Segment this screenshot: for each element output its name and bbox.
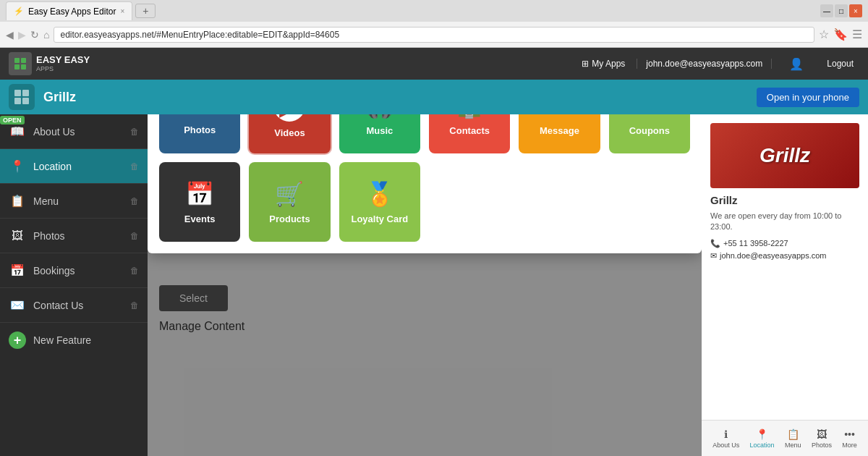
bottom-about-icon: ℹ xyxy=(724,428,728,440)
about-label: About Us xyxy=(33,126,123,138)
location-label: Location xyxy=(33,161,123,172)
user-icon: 👤 xyxy=(783,57,809,71)
menu-icon[interactable]: ☰ xyxy=(852,28,862,41)
feature-card-contacts[interactable]: 🏠 Contacts xyxy=(429,114,510,153)
feature-card-videos[interactable]: ▶ Videos xyxy=(249,114,330,153)
photos-icon: 🖼 xyxy=(9,227,26,245)
music-card-icon: 🎧 xyxy=(365,114,394,119)
menu-icon: 📋 xyxy=(9,193,26,210)
products-card-label: Products xyxy=(269,214,310,224)
sidebar-item-location[interactable]: 📍 Location 🗑 xyxy=(0,149,148,184)
contacts-card-icon: 🏠 xyxy=(455,114,484,119)
modal-body: 🖼 Photos ▶ Videos 🎧 Music xyxy=(148,114,702,253)
back-button[interactable]: ◀ xyxy=(6,29,14,41)
bottom-location-label: Location xyxy=(750,442,775,449)
feature-card-music[interactable]: 🎧 Music xyxy=(339,114,420,153)
bottom-nav-photos[interactable]: 🖼 Photos xyxy=(812,428,832,449)
tab-title: Easy Easy Apps Editor xyxy=(28,7,116,17)
feature-card-products[interactable]: 🛒 Products xyxy=(249,162,330,242)
bottom-menu-icon: 📋 xyxy=(787,428,799,440)
main-layout: OPEN 📖 About Us 🗑 📍 Location 🗑 📋 Menu 🗑 … xyxy=(0,114,868,456)
modal-overlay: New Feature × Recommended Loyalty Sales … xyxy=(148,114,702,456)
svg-rect-5 xyxy=(22,90,29,96)
svg-rect-3 xyxy=(21,64,26,69)
products-card-icon: 🛒 xyxy=(275,180,304,208)
bookings-delete-icon[interactable]: 🗑 xyxy=(130,266,139,276)
open-badge: OPEN xyxy=(0,116,25,124)
bottom-nav-about[interactable]: ℹ About Us xyxy=(712,428,739,449)
events-card-label: Events xyxy=(184,214,216,224)
restaurant-email: ✉ john.doe@easyeasyapps.com xyxy=(710,251,859,261)
restaurant-name: Grillz xyxy=(710,194,859,206)
contact-icon: ✉️ xyxy=(9,297,26,314)
star-icon[interactable]: ☆ xyxy=(819,28,829,41)
content-area: Select Manage Content New Feature × Reco… xyxy=(148,114,702,456)
app-logo: EASY EASY APPS xyxy=(9,52,90,75)
sub-header: Grillz Open in your phone xyxy=(0,80,868,114)
svg-rect-7 xyxy=(22,98,29,104)
forward-button[interactable]: ▶ xyxy=(18,29,26,41)
app-header: EASY EASY APPS ⊞ My Apps john.doe@easyea… xyxy=(0,48,868,80)
home-button[interactable]: ⌂ xyxy=(43,29,49,41)
feature-card-message[interactable]: ✉ Message xyxy=(519,114,600,153)
photos-card-icon: 🖼 xyxy=(188,114,211,119)
bookmark-icon[interactable]: 🔖 xyxy=(833,28,848,41)
new-tab-button[interactable]: + xyxy=(135,4,156,18)
phone-icon: 📞 xyxy=(710,239,720,248)
app-name-badge xyxy=(9,84,35,110)
minimize-button[interactable]: — xyxy=(820,4,833,17)
sidebar-item-menu[interactable]: 📋 Menu 🗑 xyxy=(0,184,148,219)
reload-button[interactable]: ↻ xyxy=(30,29,39,41)
message-card-label: Message xyxy=(540,125,579,136)
bottom-nav-location[interactable]: 📍 Location xyxy=(750,428,775,449)
my-apps-button[interactable]: ⊞ My Apps xyxy=(582,59,625,69)
maximize-button[interactable]: □ xyxy=(835,4,848,17)
menu-delete-icon[interactable]: 🗑 xyxy=(130,196,139,206)
contact-label: Contact Us xyxy=(33,300,123,311)
bottom-nav-more[interactable]: ••• More xyxy=(842,428,857,449)
music-card-label: Music xyxy=(366,125,393,136)
logout-button[interactable]: Logout xyxy=(821,59,859,69)
location-icon: 📍 xyxy=(9,158,26,175)
location-delete-icon[interactable]: 🗑 xyxy=(130,161,139,172)
logo-sub: APPS xyxy=(36,65,90,72)
sidebar-item-contact[interactable]: ✉️ Contact Us 🗑 xyxy=(0,288,148,323)
browser-address-bar: ◀ ▶ ↻ ⌂ editor.easyeasyapps.net/#MenuEnt… xyxy=(0,22,868,48)
feature-card-coupons[interactable]: 💵 Coupons xyxy=(609,114,690,153)
photos-label: Photos xyxy=(33,230,123,242)
bottom-more-label: More xyxy=(842,442,857,449)
photos-delete-icon[interactable]: 🗑 xyxy=(130,231,139,241)
contact-delete-icon[interactable]: 🗑 xyxy=(130,300,139,311)
app-name: Grillz xyxy=(43,90,76,105)
feature-card-loyalty-card[interactable]: 🏅 Loyalty Card xyxy=(339,162,420,242)
svg-rect-2 xyxy=(14,64,20,69)
bookings-label: Bookings xyxy=(33,265,123,276)
loyalty-card-label: Loyalty Card xyxy=(351,214,408,224)
user-email: john.doe@easyeasyapps.com xyxy=(637,59,772,69)
feature-card-photos[interactable]: 🖼 Photos xyxy=(159,114,240,153)
tab-close-button[interactable]: × xyxy=(120,7,124,15)
sidebar-new-feature[interactable]: + New Feature xyxy=(0,323,148,358)
close-button[interactable]: × xyxy=(849,4,862,17)
feature-card-events[interactable]: 📅 Events xyxy=(159,162,240,242)
sidebar-item-bookings[interactable]: 📅 Bookings 🗑 xyxy=(0,253,148,288)
sidebar: OPEN 📖 About Us 🗑 📍 Location 🗑 📋 Menu 🗑 … xyxy=(0,114,148,456)
browser-tab[interactable]: ⚡ Easy Easy Apps Editor × xyxy=(6,1,132,20)
bottom-photos-icon: 🖼 xyxy=(817,428,827,440)
feature-grid: 🖼 Photos ▶ Videos 🎧 Music xyxy=(159,114,690,242)
bottom-more-icon: ••• xyxy=(844,428,855,440)
sidebar-item-photos[interactable]: 🖼 Photos 🗑 xyxy=(0,219,148,253)
bottom-nav-menu[interactable]: 📋 Menu xyxy=(785,428,801,449)
videos-card-label: Videos xyxy=(274,127,305,138)
sidebar-item-about[interactable]: OPEN 📖 About Us 🗑 xyxy=(0,114,148,149)
loyalty-card-icon: 🏅 xyxy=(365,180,394,208)
svg-rect-1 xyxy=(21,58,26,63)
logo-text: EASY EASY xyxy=(36,55,90,65)
svg-rect-6 xyxy=(14,98,21,104)
open-in-phone-button[interactable]: Open in your phone xyxy=(757,88,859,107)
bottom-about-label: About Us xyxy=(712,442,739,449)
address-input[interactable]: editor.easyeasyapps.net/#MenuEntryPlace:… xyxy=(54,27,814,43)
bottom-nav: ℹ About Us 📍 Location 📋 Menu 🖼 Photos ••… xyxy=(702,420,868,456)
about-delete-icon[interactable]: 🗑 xyxy=(130,127,139,137)
bottom-menu-label: Menu xyxy=(785,442,801,449)
